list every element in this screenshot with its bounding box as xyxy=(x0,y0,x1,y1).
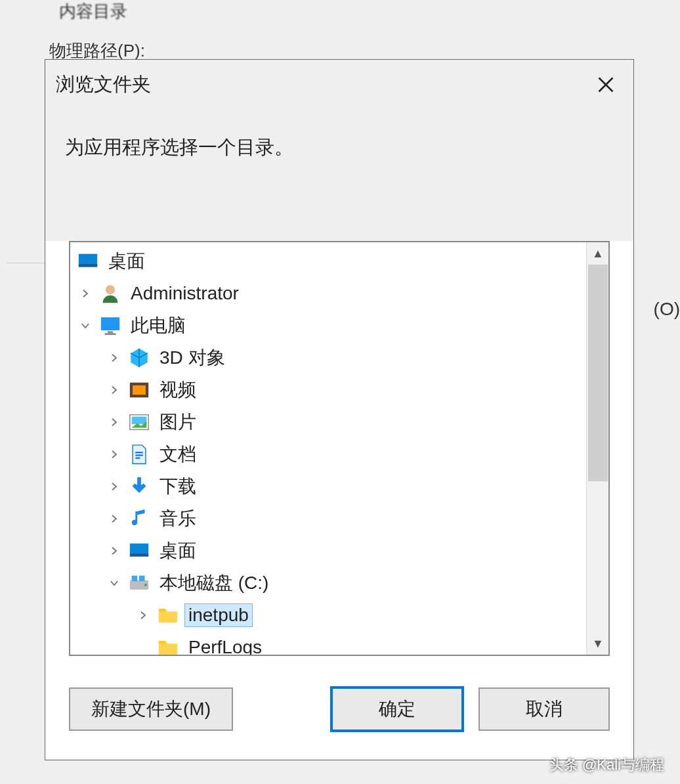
chevron-right-icon[interactable] xyxy=(103,475,125,498)
cancel-button[interactable]: 取消 xyxy=(478,687,610,731)
chevron-right-icon[interactable] xyxy=(103,540,125,562)
scroll-up-icon[interactable]: ▲ xyxy=(587,242,609,265)
svg-rect-5 xyxy=(105,333,116,335)
scroll-down-icon[interactable]: ▼ xyxy=(587,632,609,655)
chevron-right-icon[interactable] xyxy=(103,379,125,401)
drive-icon xyxy=(128,572,150,594)
browse-folder-dialog: 浏览文件夹 为应用程序选择一个目录。 桌面 Administrator xyxy=(45,59,634,760)
tree-label: 下载 xyxy=(156,473,200,500)
tree-label: 本地磁盘 (C:) xyxy=(156,569,272,597)
dialog-button-row: 新建文件夹(M) 确定 取消 xyxy=(45,656,633,731)
tree-node-downloads[interactable]: 下载 xyxy=(70,470,586,502)
cube-icon xyxy=(128,347,150,369)
close-icon xyxy=(597,76,615,94)
panel-divider xyxy=(7,263,45,263)
tree-node-this-pc[interactable]: 此电脑 xyxy=(70,309,586,341)
tree-node-documents[interactable]: 文档 xyxy=(70,438,586,470)
tree-label: 此电脑 xyxy=(127,312,190,339)
tree-label: 视频 xyxy=(156,376,200,404)
tree-node-perflogs[interactable]: PerfLogs xyxy=(70,631,586,655)
svg-rect-1 xyxy=(79,264,97,267)
desktop-icon xyxy=(77,250,99,272)
tree-node-3d-objects[interactable]: 3D 对象 xyxy=(70,341,586,374)
tree-label: 音乐 xyxy=(156,505,200,533)
dialog-titlebar: 浏览文件夹 xyxy=(45,60,633,110)
scrollbar-thumb[interactable] xyxy=(588,265,608,481)
svg-rect-14 xyxy=(139,575,145,581)
picture-icon xyxy=(128,411,150,433)
chevron-right-icon[interactable] xyxy=(103,508,125,530)
tree-node-inetpub[interactable]: inetpub xyxy=(70,599,586,631)
download-icon xyxy=(128,475,150,498)
tree-node-pictures[interactable]: 图片 xyxy=(70,406,586,438)
tree-node-music[interactable]: 音乐 xyxy=(70,502,586,534)
desktop-icon xyxy=(128,540,150,562)
watermark: 头条 @Kali与编程 xyxy=(549,755,664,775)
chevron-down-icon[interactable] xyxy=(103,572,125,594)
tree-label: PerfLogs xyxy=(184,636,266,655)
new-folder-button[interactable]: 新建文件夹(M) xyxy=(69,687,233,731)
tree-node-desktop-folder[interactable]: 桌面 xyxy=(70,534,586,567)
dialog-instruction: 为应用程序选择一个目录。 xyxy=(45,110,633,241)
svg-rect-11 xyxy=(130,554,148,556)
tree-label: 桌面 xyxy=(104,248,149,275)
tree-label: 桌面 xyxy=(156,537,200,565)
dialog-title: 浏览文件夹 xyxy=(56,72,151,98)
svg-rect-13 xyxy=(132,575,138,581)
ok-button[interactable]: 确定 xyxy=(331,687,463,731)
video-icon xyxy=(128,379,150,401)
monitor-icon xyxy=(99,315,121,337)
svg-rect-4 xyxy=(108,331,114,333)
tree-label: 图片 xyxy=(156,408,200,436)
tree-label: inetpub xyxy=(184,603,253,627)
right-label-fragment: (O) xyxy=(654,299,680,320)
folder-icon xyxy=(157,636,179,655)
tree-label: Administrator xyxy=(127,282,243,305)
section-header: 内容目录 xyxy=(59,0,145,23)
chevron-down-icon[interactable] xyxy=(74,315,96,337)
svg-point-15 xyxy=(144,583,147,586)
svg-point-2 xyxy=(106,285,115,294)
svg-rect-7 xyxy=(133,385,146,394)
chevron-right-icon[interactable] xyxy=(74,282,96,305)
svg-rect-3 xyxy=(101,317,119,330)
music-icon xyxy=(128,508,150,530)
folder-icon xyxy=(157,604,179,626)
chevron-right-icon[interactable] xyxy=(103,347,125,369)
tree-node-local-disk-c[interactable]: 本地磁盘 (C:) xyxy=(70,567,586,599)
close-button[interactable] xyxy=(594,73,618,97)
chevron-right-icon[interactable] xyxy=(103,411,125,433)
tree-label: 文档 xyxy=(156,441,200,468)
tree-node-videos[interactable]: 视频 xyxy=(70,374,586,406)
chevron-right-icon[interactable] xyxy=(103,443,125,466)
chevron-right-icon[interactable] xyxy=(132,604,154,626)
tree-node-desktop-root[interactable]: 桌面 xyxy=(70,245,586,277)
tree-node-administrator[interactable]: Administrator xyxy=(70,277,586,309)
tree-label: 3D 对象 xyxy=(156,344,229,372)
folder-tree-container: 桌面 Administrator 此电脑 3D 对象 xyxy=(69,241,610,656)
vertical-scrollbar[interactable]: ▲ ▼ xyxy=(586,242,608,655)
svg-rect-9 xyxy=(132,416,147,424)
user-icon xyxy=(99,282,121,305)
folder-tree[interactable]: 桌面 Administrator 此电脑 3D 对象 xyxy=(70,242,586,655)
document-icon xyxy=(128,443,150,466)
